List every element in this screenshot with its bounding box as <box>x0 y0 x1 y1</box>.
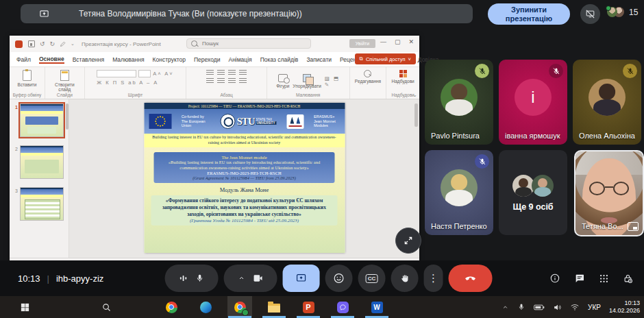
justify-icon[interactable] <box>239 78 247 84</box>
tab-slideshow[interactable]: Показ слайдів <box>260 56 299 63</box>
tile-self-video[interactable]: Тетяна Во... <box>574 150 644 236</box>
ukrainian-text-box: «Формування стійкого інтересу до податко… <box>151 195 338 225</box>
editing-button[interactable]: Редагування <box>355 70 381 84</box>
powerpoint-window: ↺ ↻ ⌄ Презентація курсу - PowerPoint Уві… <box>10 36 419 260</box>
taskbar-clock[interactable]: 10:13 14.02.2026 <box>609 299 640 315</box>
powerpoint-taskbar-icon[interactable]: P <box>301 299 316 315</box>
tile-pavlo-pintsura[interactable]: Pavlo Pintsura <box>425 60 493 145</box>
new-slide-icon <box>60 70 69 81</box>
tile-more-participants[interactable]: Ще 9 осіб <box>499 150 567 235</box>
tab-home[interactable]: Основне <box>39 56 64 64</box>
tab-animations[interactable]: Анімація <box>229 56 252 63</box>
chat-button[interactable] <box>574 273 585 284</box>
leave-call-button[interactable] <box>449 265 493 292</box>
speaker-icon[interactable] <box>553 303 562 312</box>
grow-shrink-font-icons[interactable]: A˄ A˅ <box>153 71 173 77</box>
search-icon <box>191 40 197 47</box>
meeting-details-button[interactable] <box>549 273 560 284</box>
new-slide-button[interactable]: Створити слайд <box>49 70 81 92</box>
picture-in-picture-icon[interactable] <box>628 222 639 231</box>
tray-mic-icon[interactable] <box>517 303 525 311</box>
close-icon[interactable]: ✕ <box>408 38 414 45</box>
edge-taskbar-icon[interactable] <box>198 299 213 315</box>
chrome-active-taskbar-icon[interactable] <box>232 299 247 315</box>
canvas-scrollbar[interactable] <box>414 103 418 127</box>
slide-thumbnail-3[interactable] <box>20 187 64 221</box>
mic-off-icon <box>478 67 486 75</box>
indent-icon[interactable] <box>228 70 236 75</box>
participants-count-button[interactable]: 15 <box>607 7 638 17</box>
tab-transitions[interactable]: Переходи <box>194 56 221 63</box>
bullets-icon[interactable] <box>206 70 214 75</box>
wifi-icon[interactable] <box>570 302 580 312</box>
viber-taskbar-icon[interactable] <box>335 299 350 315</box>
shapes-icon <box>278 74 288 82</box>
align-left-icon[interactable] <box>206 78 214 84</box>
tab-file[interactable]: Файл <box>16 56 31 63</box>
reactions-button[interactable] <box>325 265 353 292</box>
signin-button[interactable]: Увійти <box>349 39 375 48</box>
word-taskbar-icon[interactable]: W <box>369 299 384 315</box>
start-button[interactable] <box>17 299 32 315</box>
whiteboard-off-button[interactable] <box>580 4 600 24</box>
slide-1: Project: 101125984 — TIEU — ERASMUS-JMO-… <box>144 103 345 253</box>
ppt-search-box[interactable] <box>186 38 311 49</box>
addins-button[interactable]: Надбудови <box>392 70 414 84</box>
slide-thumbnail-1[interactable] <box>20 103 64 137</box>
tile-olena-alokhina[interactable]: Олена Альохіна <box>573 60 641 145</box>
font-size-select[interactable] <box>138 70 151 77</box>
file-explorer-taskbar-icon[interactable] <box>267 299 282 315</box>
more-options-button[interactable]: ⋮ <box>424 265 443 292</box>
microphone-button[interactable] <box>165 265 219 292</box>
line-spacing-icon[interactable] <box>239 70 247 75</box>
paste-button[interactable]: Вставити <box>18 70 37 87</box>
participant-name: Настя Петренко <box>431 222 487 230</box>
windows-taskbar: P W УКР <box>0 296 644 318</box>
expand-presentation-button[interactable] <box>395 228 421 254</box>
taskbar-search-button[interactable] <box>99 299 114 315</box>
captions-button[interactable]: CC <box>358 265 386 292</box>
quick-styles-icons[interactable]: ▨ ⬒✎ <box>325 75 340 88</box>
undo-icon[interactable]: ↺ <box>40 40 45 47</box>
meet-control-bar: 10:13 | ihb-apyy-ziz CC <box>0 260 644 296</box>
more-participants-label: Ще 9 осіб <box>499 202 567 212</box>
numbering-icon[interactable] <box>217 70 225 75</box>
minimize-icon[interactable]: — <box>380 38 386 45</box>
host-controls-button[interactable] <box>623 273 633 284</box>
tile-ivanna-yarmoshuk[interactable]: і іванна ярмошук <box>499 60 567 145</box>
tab-record[interactable]: Записати <box>306 56 332 63</box>
tray-chevron-icon[interactable] <box>501 304 509 311</box>
present-button-active[interactable] <box>283 265 320 292</box>
stop-presenting-button[interactable]: Зупинити презентацію <box>488 3 570 25</box>
align-center-icon[interactable] <box>217 78 225 84</box>
slide-thumbnail-2[interactable] <box>20 145 64 179</box>
tab-design[interactable]: Конструктор <box>153 56 186 63</box>
qat-chevron-icon[interactable]: ⌄ <box>71 41 75 47</box>
font-name-select[interactable] <box>97 70 136 77</box>
shapes-button[interactable]: Фігури <box>276 74 289 88</box>
activities-button[interactable] <box>599 273 609 284</box>
avatar <box>441 169 478 206</box>
thumbnail-number: 2 <box>12 145 18 151</box>
camera-button[interactable] <box>224 265 277 292</box>
ppt-search-input[interactable] <box>201 40 306 47</box>
tab-insert[interactable]: Вставлення <box>73 56 104 63</box>
arrange-button[interactable]: Упорядкувати <box>293 74 321 88</box>
font-style-icons[interactable]: Ж К П S ab A – А <box>97 80 158 86</box>
raise-hand-button[interactable] <box>391 265 419 292</box>
maximize-icon[interactable]: ▢ <box>395 38 401 45</box>
collapse-ribbon-icon[interactable]: ⌄ <box>412 92 417 98</box>
redo-icon[interactable]: ↻ <box>50 40 55 47</box>
tile-nastia-petrenko[interactable]: Настя Петренко <box>425 150 493 235</box>
thumbnail-scrollbar[interactable] <box>66 103 69 130</box>
battery-icon[interactable] <box>534 304 545 311</box>
stu-logo: STU STATE TAXUNIVERSITY <box>220 114 276 129</box>
pen-icon[interactable] <box>60 41 66 47</box>
share-button[interactable]: ⧉ Спільний доступ ˅ <box>355 53 416 64</box>
slide-canvas[interactable]: Project: 101125984 — TIEU — ERASMUS-JMO-… <box>69 99 419 258</box>
chrome-taskbar-icon[interactable] <box>164 299 179 315</box>
tab-draw[interactable]: Малювання <box>112 56 144 63</box>
align-right-icon[interactable] <box>228 78 236 84</box>
keyboard-language[interactable]: УКР <box>588 304 601 311</box>
save-icon[interactable] <box>28 40 35 47</box>
